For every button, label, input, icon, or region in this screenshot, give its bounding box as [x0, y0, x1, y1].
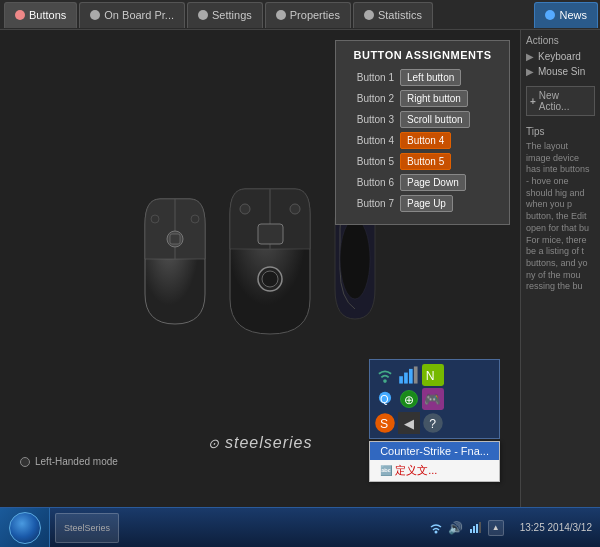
context-menu-item-cs[interactable]: Counter-Strike - Fna...: [370, 442, 499, 460]
mouse-top-view: [225, 179, 315, 339]
svg-rect-15: [409, 369, 413, 384]
tray-icon-game[interactable]: 🎮: [422, 388, 444, 410]
svg-text:⊕: ⊕: [404, 393, 414, 407]
button-row-1: Button 1 Left button: [344, 69, 501, 86]
btn7-assignment[interactable]: Page Up: [400, 195, 453, 212]
tray-icon-unknown[interactable]: ?: [422, 412, 444, 434]
button-row-6: Button 6 Page Down: [344, 174, 501, 191]
popup-area: N Q ⊕ 🎮 S: [369, 359, 500, 482]
tray-icons-grid: N Q ⊕ 🎮 S: [369, 359, 500, 439]
svg-rect-13: [399, 376, 403, 383]
taskbar-item-app[interactable]: SteelSeries: [55, 513, 119, 543]
button-row-2: Button 2 Right button: [344, 90, 501, 107]
tab-bar: Buttons On Board Pr... Settings Properti…: [0, 0, 600, 30]
button-row-7: Button 7 Page Up: [344, 195, 501, 212]
right-sidebar: Actions ▶ Keyboard ▶ Mouse Sin + New Act…: [520, 30, 600, 507]
tray-icon-qq[interactable]: Q: [374, 388, 396, 410]
tab-statistics[interactable]: Statistics: [353, 2, 433, 28]
assignments-panel: BUTTON ASSIGNMENTS Button 1 Left button …: [335, 40, 510, 225]
tab-news[interactable]: News: [534, 2, 598, 28]
taskbar-clock: 13:25 2014/3/12: [512, 522, 600, 533]
svg-rect-2: [170, 234, 180, 244]
svg-point-31: [434, 530, 437, 533]
btn1-assignment[interactable]: Left button: [400, 69, 461, 86]
tab-buttons[interactable]: Buttons: [4, 2, 77, 28]
mouse-arrow-icon: ▶: [526, 66, 534, 77]
svg-point-11: [340, 219, 370, 299]
tray-network-icon[interactable]: [468, 520, 484, 536]
svg-text:?: ?: [430, 417, 437, 431]
taskbar-tray: 🔊 ▲: [420, 520, 512, 536]
actions-title: Actions: [526, 35, 595, 46]
tab-settings[interactable]: Settings: [187, 2, 263, 28]
new-action-button[interactable]: + New Actio...: [526, 86, 595, 116]
tips-text: The layout image device has inte buttons…: [526, 141, 595, 293]
assignments-title: BUTTON ASSIGNMENTS: [344, 49, 501, 61]
btn3-assignment[interactable]: Scroll button: [400, 111, 470, 128]
svg-text:N: N: [426, 369, 435, 383]
button-row-5: Button 5 Button 5: [344, 153, 501, 170]
svg-rect-33: [473, 526, 475, 533]
svg-rect-35: [479, 522, 481, 533]
svg-rect-34: [476, 524, 478, 533]
svg-point-10: [262, 271, 278, 287]
context-menu-item-define[interactable]: 🔤 定义文...: [370, 460, 499, 481]
svg-point-8: [290, 204, 300, 214]
plus-icon: +: [530, 96, 536, 107]
keyboard-arrow-icon: ▶: [526, 51, 534, 62]
svg-point-4: [191, 215, 199, 223]
statistics-tab-icon: [364, 10, 374, 20]
btn5-assignment[interactable]: Button 5: [400, 153, 451, 170]
taskbar-items: SteelSeries: [50, 513, 420, 543]
button-row-3: Button 3 Scroll button: [344, 111, 501, 128]
tips-title: Tips: [526, 126, 595, 137]
context-menu: Counter-Strike - Fna... 🔤 定义文...: [369, 441, 500, 482]
tray-icon-wifi[interactable]: [374, 364, 396, 386]
svg-rect-32: [470, 529, 472, 533]
svg-point-3: [151, 215, 159, 223]
left-handed-label: Left-Handed mode: [20, 456, 118, 467]
svg-text:S: S: [380, 417, 388, 431]
btn2-assignment[interactable]: Right button: [400, 90, 468, 107]
svg-text:◀: ◀: [404, 416, 414, 431]
buttons-tab-icon: [15, 10, 25, 20]
settings-tab-icon: [198, 10, 208, 20]
sidebar-item-mouse[interactable]: ▶ Mouse Sin: [526, 66, 595, 77]
svg-text:🎮: 🎮: [425, 391, 442, 408]
onboard-tab-icon: [90, 10, 100, 20]
tips-section: Tips The layout image device has inte bu…: [526, 126, 595, 502]
steelseries-logo: ⊙ steelseries: [208, 434, 313, 452]
tray-icon-steelseries[interactable]: S: [374, 412, 396, 434]
tab-properties[interactable]: Properties: [265, 2, 351, 28]
start-button[interactable]: [0, 508, 50, 547]
mouse-left-view: [135, 184, 215, 334]
properties-tab-icon: [276, 10, 286, 20]
svg-rect-16: [414, 366, 418, 383]
tray-icon-signal[interactable]: [398, 364, 420, 386]
tray-expand-icon[interactable]: ▲: [488, 520, 504, 536]
sidebar-item-keyboard[interactable]: ▶ Keyboard: [526, 51, 595, 62]
taskbar: SteelSeries 🔊 ▲ 13:25 2014/3/12: [0, 507, 600, 547]
svg-rect-14: [404, 373, 408, 384]
btn4-assignment[interactable]: Button 4: [400, 132, 451, 149]
tab-onboard[interactable]: On Board Pr...: [79, 2, 185, 28]
btn6-assignment[interactable]: Page Down: [400, 174, 466, 191]
tray-icon-expand[interactable]: ◀: [398, 412, 420, 434]
define-icon: 🔤: [380, 465, 392, 476]
svg-rect-6: [258, 224, 283, 244]
svg-point-7: [240, 204, 250, 214]
svg-text:Q: Q: [380, 393, 389, 405]
tray-wifi-icon[interactable]: [428, 520, 444, 536]
svg-point-12: [383, 379, 387, 383]
app-window: Buttons On Board Pr... Settings Properti…: [0, 0, 600, 507]
windows-orb: [9, 512, 41, 544]
tray-icon-nvidia[interactable]: N: [422, 364, 444, 386]
tray-icon-browser[interactable]: ⊕: [398, 388, 420, 410]
button-row-4: Button 4 Button 4: [344, 132, 501, 149]
tray-speaker-icon[interactable]: 🔊: [448, 520, 464, 536]
left-handed-radio[interactable]: [20, 457, 30, 467]
news-tab-icon: [545, 10, 555, 20]
content-area: Left-Handed mode BUTTON ASSIGNMENTS Butt…: [0, 30, 600, 507]
